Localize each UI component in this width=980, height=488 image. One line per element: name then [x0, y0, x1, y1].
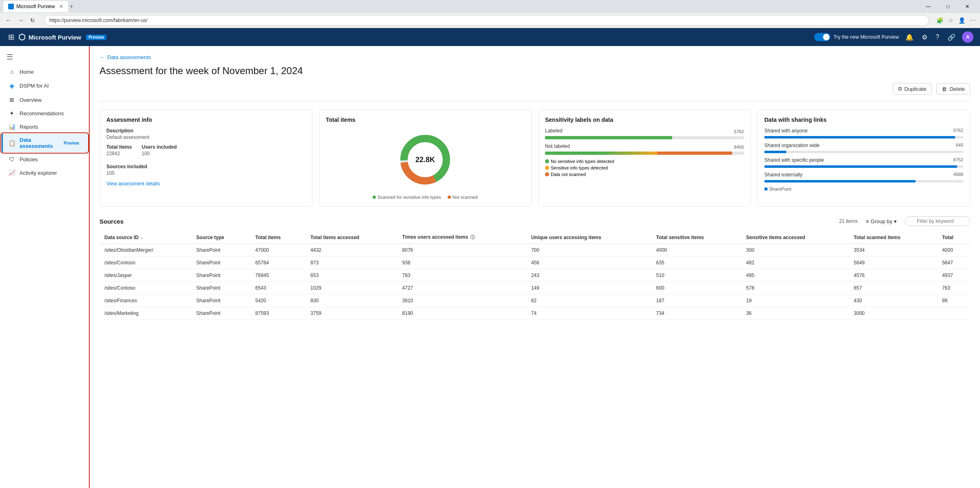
address-bar[interactable]: https://purview.microsoft.com/fabrikam/e… — [44, 15, 929, 26]
col-total-scanned: Total scanned items — [849, 231, 937, 244]
table-row[interactable]: /sites/Contoso SharePoint 6543 1029 4727… — [99, 282, 970, 295]
description-value: Default assessment — [106, 134, 305, 140]
table-row[interactable]: /sites/Finances SharePoint 5420 830 3810… — [99, 295, 970, 307]
delete-button[interactable]: 🗑 Delete — [936, 83, 970, 95]
sharing-links-card: Data with sharing links Shared with anyo… — [757, 110, 970, 207]
sources-section: Sources 21 items ≡ Group by ▾ 🔍 — [99, 216, 970, 320]
refresh-button[interactable]: ↻ — [28, 16, 38, 24]
recommendations-icon: ✦ — [8, 110, 15, 117]
col-label: Data source ID — [104, 235, 139, 240]
sidebar-item-overview[interactable]: ⊞ Overview — [2, 93, 88, 106]
assessment-info-title: Assessment info — [106, 117, 305, 123]
back-button[interactable]: ← — [3, 16, 14, 24]
sidebar-item-policies[interactable]: 🛡 Policies — [2, 153, 88, 166]
cards-row: Assessment info Description Default asse… — [99, 110, 970, 207]
description-label: Description — [106, 128, 305, 134]
content-area: ← Data assessments Assessment for the we… — [90, 46, 980, 488]
cell-total-scanned: 3000 — [849, 307, 937, 320]
app-header: ⊞ ⬡ Microsoft Purview Preview Try the ne… — [0, 28, 980, 46]
table-body: /sites/ObsidianMerger/ SharePoint 47000 … — [99, 244, 970, 320]
close-button[interactable]: ✕ — [958, 0, 977, 13]
apps-grid-button[interactable]: ⊞ — [7, 31, 16, 43]
sidebar-item-recommendations[interactable]: ✦ Recommendations — [2, 107, 88, 120]
minimize-button[interactable]: — — [919, 0, 938, 13]
sharepoint-label: SharePoint — [769, 187, 791, 191]
scanned-label: Scanned for sensitive info types — [377, 195, 441, 200]
users-included-value: 100 — [141, 151, 177, 156]
cell-times-accessed: 8076 — [397, 244, 526, 257]
view-assessment-details-link[interactable]: View assessment details — [106, 181, 305, 187]
cell-times-accessed: 3810 — [397, 295, 526, 307]
share-org-row: Shared organization wide 645 — [764, 143, 963, 153]
sidebar-item-dspm[interactable]: ◈ DSPM for AI — [2, 79, 88, 93]
breadcrumb[interactable]: ← Data assessments — [99, 54, 970, 60]
cell-total-items-accessed: 873 — [306, 257, 397, 269]
cell-total-items: 6543 — [250, 282, 305, 295]
total-items-label: Total items — [106, 144, 132, 150]
favorites-button[interactable]: ☆ — [947, 16, 954, 24]
table-row[interactable]: /sites/ObsidianMerger/ SharePoint 47000 … — [99, 244, 970, 257]
browser-tab[interactable]: Microsoft Purview ✕ — [3, 1, 68, 12]
cell-data-source-id: /sites/Jasper — [99, 269, 191, 282]
new-tab-button[interactable]: + — [70, 3, 73, 10]
share-org-label: Shared organization wide — [764, 143, 819, 148]
table-row[interactable]: /sites/Marketing SharePoint 87593 3759 8… — [99, 307, 970, 320]
share-org-value: 645 — [956, 143, 963, 149]
sources-title: Sources — [99, 218, 124, 225]
back-arrow-icon: ← — [99, 54, 105, 60]
sidebar-collapse-button[interactable]: ☰ — [0, 49, 89, 65]
cell-total: 4937 — [937, 269, 970, 282]
account-button[interactable]: 👤 — [958, 16, 966, 24]
maximize-button[interactable]: □ — [938, 0, 957, 13]
cell-sensitive-accessed: 300 — [741, 244, 849, 257]
user-avatar[interactable]: A — [962, 31, 973, 43]
window-controls: — □ ✕ — [919, 0, 977, 13]
sidebar-item-reports[interactable]: 📊 Reports — [2, 120, 88, 133]
duplicate-button[interactable]: ⧉ Duplicate — [893, 83, 931, 95]
cell-total-items: 65784 — [250, 257, 305, 269]
help-button[interactable]: ? — [934, 32, 941, 42]
sidebar-item-data-assessments[interactable]: 📋 Data assessments Preview — [2, 134, 88, 152]
group-by-button[interactable]: ≡ Group by ▾ — [863, 217, 900, 226]
donut-center-value: 22.8K — [415, 156, 435, 164]
cell-total-items: 5420 — [250, 295, 305, 307]
share-anyone-label: Shared with anyone — [764, 128, 808, 134]
cell-total-items: 76845 — [250, 269, 305, 282]
home-icon: ⌂ — [8, 68, 15, 75]
browser-chrome: Microsoft Purview ✕ + — □ ✕ ← → ↻ https:… — [0, 0, 980, 28]
sensitive-detected-dot — [545, 166, 549, 170]
sensitivity-labels-card: Sensitivity labels on data Labeled 5762 — [538, 110, 751, 207]
share-specific-label: Shared with specific people — [764, 157, 824, 163]
sidebar-item-label: Policies — [20, 156, 38, 163]
sensitivity-labels-title: Sensitivity labels on data — [545, 117, 744, 123]
cell-total-scanned: 657 — [849, 282, 937, 295]
purview-toggle[interactable] — [814, 33, 830, 41]
extensions-button[interactable]: 🧩 — [936, 16, 944, 24]
cell-total-items-accessed: 653 — [306, 269, 397, 282]
total-items-col: Total items 22842 — [106, 144, 132, 160]
notification-bell-button[interactable]: 🔔 — [904, 32, 915, 43]
sharing-links-title: Data with sharing links — [764, 117, 963, 123]
forward-button[interactable]: → — [15, 16, 26, 24]
table-row[interactable]: /sites/Jasper SharePoint 76845 653 783 2… — [99, 269, 970, 282]
cell-total — [937, 307, 970, 320]
settings-button[interactable]: ⋯ — [969, 16, 977, 24]
donut-chart-container: 22.8K Scanned for sensitive info types — [326, 128, 525, 200]
data-assessments-icon: 📋 — [8, 140, 15, 146]
cell-sensitive-accessed: 578 — [741, 282, 849, 295]
table-row[interactable]: /sites/Contoso SharePoint 65784 873 938 … — [99, 257, 970, 269]
share-button[interactable]: 🔗 — [946, 32, 957, 43]
not-labeled-label: Not labeled — [545, 143, 570, 149]
sidebar-item-label: Activity explorer — [20, 170, 57, 176]
info-icon[interactable]: ⓘ — [470, 235, 475, 240]
col-data-source-id[interactable]: Data source ID ↓ — [99, 231, 191, 244]
settings-gear-button[interactable]: ⚙ — [920, 32, 929, 43]
sidebar-item-activity-explorer[interactable]: 📈 Activity explorer — [2, 166, 88, 179]
filter-input[interactable] — [905, 216, 970, 226]
share-external-bar — [764, 180, 916, 182]
cell-unique-users: 149 — [526, 282, 651, 295]
legend-data-not-scanned: Data not scanned — [545, 172, 744, 177]
tab-close-icon[interactable]: ✕ — [59, 4, 63, 9]
share-org-bar — [764, 151, 786, 153]
sidebar-item-home[interactable]: ⌂ Home — [2, 65, 88, 78]
